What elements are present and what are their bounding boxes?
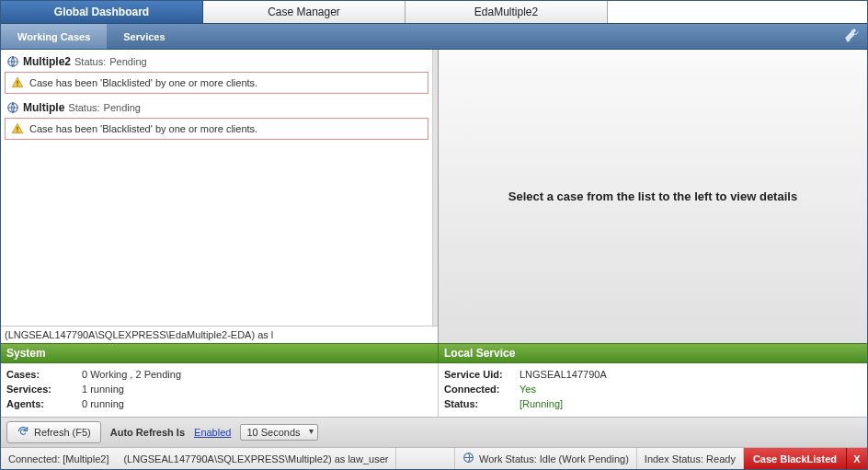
cases-label: Cases: [6, 369, 78, 380]
left-connection-footer: (LNGSEAL147790A\SQLEXPRESS\EdaMultiple2-… [1, 326, 438, 343]
system-stats: Cases: 0 Working , 2 Pending Services: 1… [1, 363, 439, 417]
connected-value: Yes [520, 384, 536, 395]
stats-row: Cases: 0 Working , 2 Pending Services: 1… [1, 363, 867, 417]
svg-rect-4 [17, 127, 17, 131]
services-value: 1 running [82, 384, 124, 395]
connected-label: Connected: [444, 384, 516, 395]
status-bar: Connected: [Multiple2] (LNGSEAL147790A\S… [1, 447, 867, 469]
case-alert-text: Case has been 'Blacklisted' by one or mo… [29, 77, 257, 88]
settings-wrench-button[interactable] [836, 24, 867, 49]
service-uid-label: Service Uid: [444, 369, 516, 380]
sub-bar-spacer [182, 24, 836, 49]
agents-label: Agents: [6, 398, 78, 409]
middle-area: Multiple2 Status: Pending Case has been … [1, 50, 867, 343]
local-service-stats: Service Uid: LNGSEAL147790A Connected: Y… [439, 363, 867, 417]
right-detail-pane: Select a case from the list to the left … [439, 50, 867, 343]
status-work-text: Work Status: Idle (Work Pending) [479, 453, 629, 464]
svg-rect-1 [17, 81, 17, 85]
stats-header-system: System [1, 344, 439, 362]
case-block[interactable]: Multiple Status: Pending Case has been '… [5, 99, 428, 140]
case-alert-text: Case has been 'Blacklisted' by one or mo… [29, 123, 257, 134]
tab-global-dashboard[interactable]: Global Dashboard [1, 1, 203, 23]
case-list[interactable]: Multiple2 Status: Pending Case has been … [1, 50, 432, 326]
status-connected: Connected: [Multiple2] [1, 448, 116, 469]
blacklist-close-button[interactable]: X [847, 448, 867, 469]
case-status-value: Pending [104, 102, 141, 113]
status-index: Index Status: Ready [637, 448, 744, 469]
status-work: Work Status: Idle (Work Pending) [455, 448, 637, 469]
app-window: Global Dashboard Case Manager EdaMultipl… [0, 0, 868, 470]
auto-refresh-label: Auto Refresh Is [110, 427, 185, 438]
stats-header: System Local Service [1, 343, 867, 363]
tab-eda-multiple2[interactable]: EdaMultiple2 [405, 1, 608, 23]
case-name: Multiple2 [23, 55, 71, 68]
case-alert: Case has been 'Blacklisted' by one or mo… [5, 72, 428, 94]
refresh-interval-select[interactable]: 10 Seconds [240, 424, 317, 441]
case-status-label: Status: [74, 56, 106, 67]
top-tab-spacer [608, 1, 867, 23]
top-tab-bar: Global Dashboard Case Manager EdaMultipl… [1, 1, 867, 24]
case-globe-icon [6, 101, 19, 114]
service-uid-value: LNGSEAL147790A [520, 369, 607, 380]
case-alert: Case has been 'Blacklisted' by one or mo… [5, 118, 428, 140]
status-conn-path: (LNGSEAL147790A\SQLEXPRESS\Multiple2) as… [116, 448, 396, 469]
refresh-interval-value: 10 Seconds [246, 427, 300, 438]
subtab-services[interactable]: Services [107, 24, 181, 49]
case-title-row: Multiple Status: Pending [5, 99, 428, 118]
refresh-icon [17, 425, 29, 440]
wrench-icon [843, 28, 860, 46]
refresh-button[interactable]: Refresh (F5) [6, 421, 101, 443]
case-status-label: Status: [68, 102, 99, 113]
svg-rect-2 [17, 85, 17, 86]
case-name: Multiple [23, 101, 64, 114]
warning-icon [11, 122, 24, 135]
service-status-value: [Running] [520, 398, 563, 409]
case-globe-icon [6, 55, 19, 68]
warning-icon [11, 76, 24, 89]
right-placeholder-text: Select a case from the list to the left … [508, 189, 797, 203]
status-spacer [396, 448, 455, 469]
case-status-value: Pending [109, 56, 146, 67]
stats-header-local-service: Local Service [439, 344, 867, 362]
case-list-scrollbar[interactable] [432, 50, 438, 326]
sub-tab-bar: Working Cases Services [1, 24, 867, 50]
auto-refresh-toggle[interactable]: Enabled [194, 427, 231, 438]
service-status-label: Status: [444, 398, 516, 409]
case-title-row: Multiple2 Status: Pending [5, 53, 428, 72]
cases-value: 0 Working , 2 Pending [82, 369, 181, 380]
services-label: Services: [6, 384, 78, 395]
tab-case-manager[interactable]: Case Manager [203, 1, 405, 23]
globe-icon [463, 452, 474, 465]
status-blacklist: Case BlackListed [744, 448, 847, 469]
refresh-button-label: Refresh (F5) [34, 427, 91, 438]
case-list-wrap: Multiple2 Status: Pending Case has been … [1, 50, 438, 326]
case-block[interactable]: Multiple2 Status: Pending Case has been … [5, 53, 428, 94]
agents-value: 0 running [82, 398, 124, 409]
refresh-bar: Refresh (F5) Auto Refresh Is Enabled 10 … [1, 417, 867, 447]
left-pane: Multiple2 Status: Pending Case has been … [1, 50, 439, 343]
subtab-working-cases[interactable]: Working Cases [1, 24, 107, 49]
svg-rect-5 [17, 131, 17, 132]
